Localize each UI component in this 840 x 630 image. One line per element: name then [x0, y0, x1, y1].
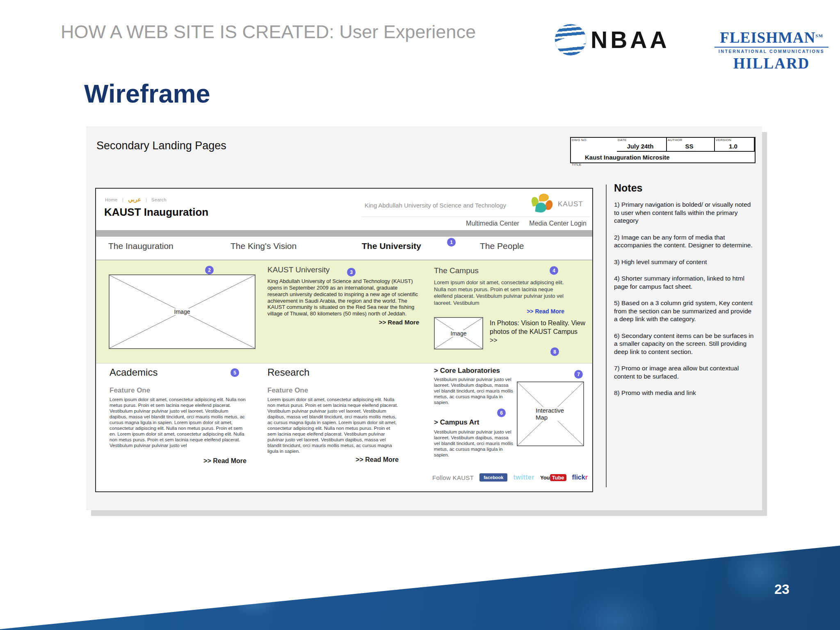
nbaa-globe-icon — [555, 24, 587, 56]
kaust-logo-text: KAUST — [558, 200, 583, 208]
date-label: DATE — [618, 138, 627, 142]
title-label: TITLE — [572, 163, 581, 167]
core-laboratories-link[interactable]: > Core Laboratories — [434, 367, 500, 375]
annotation-badge-4: 4 — [550, 266, 558, 275]
header-links: Multimedia Center Media Center Login — [458, 220, 587, 227]
social-footer: Follow KAUST facebook twitter YouTube fl… — [432, 473, 588, 482]
campus-body: Lorem ipsum dolor sit amet, consectetur … — [434, 279, 564, 307]
utility-nav-arabic[interactable]: عربي — [128, 196, 141, 203]
university-name: King Abdullah University of Science and … — [365, 202, 506, 209]
campus-art-link[interactable]: > Campus Art — [434, 418, 479, 427]
youtube-icon[interactable]: YouTube — [540, 474, 566, 481]
annotation-badge-2: 2 — [205, 266, 214, 274]
title-value: Kaust Inauguration Microsite — [585, 154, 712, 161]
utility-nav-home[interactable]: Home — [105, 197, 118, 202]
research-read-more-link[interactable]: >> Read More — [267, 456, 399, 463]
date-value: July 24th — [617, 143, 664, 150]
author-value: SS — [667, 143, 712, 150]
utility-nav-search[interactable]: Search — [151, 197, 167, 202]
fleishman-hillard-logo: FLEISHMANSM INTERNATIONAL COMMUNICATIONS… — [714, 29, 829, 72]
wireframe-browser-box: Home | عربي | Search KAUST Inauguration … — [95, 188, 593, 492]
gray-divider-bar — [96, 230, 592, 237]
kaust-university-body: King Abdullah University of Science and … — [267, 278, 419, 317]
multimedia-center-link[interactable]: Multimedia Center — [466, 220, 519, 227]
titleblock-date-cell: DATE July 24th — [617, 138, 667, 152]
note-item: 5) Based on a 3 column grid system, Key … — [614, 299, 757, 323]
nbaa-logo: NBAA — [555, 24, 670, 56]
tab-the-people[interactable]: The People — [480, 241, 524, 251]
campus-read-more-link[interactable]: >> Read More — [434, 308, 564, 315]
titleblock-version-cell: VERSION 1.0 — [715, 138, 755, 152]
panel-subtitle: Secondary Landing Pages — [96, 139, 226, 152]
page-number: 23 — [774, 582, 790, 597]
note-item: 7) Promo or image area allow but context… — [614, 364, 757, 380]
slide: HOW A WEB SITE IS CREATED: User Experien… — [0, 0, 840, 630]
hero-image-placeholder: Image — [109, 274, 256, 349]
flickr-icon[interactable]: flickr — [572, 474, 588, 481]
twitter-icon[interactable]: twitter — [513, 474, 534, 481]
campus-section: The Campus Lorem ipsum dolor sit amet, c… — [434, 266, 564, 315]
dwg-label: DWG NO. — [572, 138, 587, 142]
note-item: 6) Secondary content items can be be sur… — [614, 332, 757, 356]
tab-the-kings-vision[interactable]: The King's Vision — [231, 241, 297, 251]
research-body: Lorem ipsum dolor sit amet, consectetur … — [267, 397, 399, 454]
fh-name-top: FLEISHMAN — [720, 29, 815, 46]
research-heading: Research — [267, 367, 310, 378]
note-item: 2) Image can be any form of media that a… — [614, 233, 757, 249]
utility-nav: Home | عربي | Search — [105, 196, 167, 203]
campus-image-placeholder: Image — [434, 317, 483, 349]
utility-nav-separator: | — [146, 197, 147, 202]
titleblock-author-cell: AUTHOR SS — [667, 138, 715, 152]
campus-photos-promo-link[interactable]: In Photos: Vision to Reality. View photo… — [490, 319, 587, 345]
notes-section: Notes 1) Primary navigation is bolded/ o… — [614, 182, 757, 406]
drawing-title-block: DATE July 24th AUTHOR SS VERSION 1.0 DWG… — [570, 137, 756, 163]
note-item: 4) Shorter summary information, linked t… — [614, 274, 757, 290]
campus-heading: The Campus — [434, 266, 479, 275]
campus-image-label: Image — [449, 330, 468, 337]
follow-kaust-label: Follow KAUST — [432, 474, 474, 481]
tab-the-inauguration[interactable]: The Inauguration — [108, 241, 173, 251]
slide-header-title: HOW A WEB SITE IS CREATED: User Experien… — [61, 21, 476, 43]
interactive-map-placeholder[interactable]: Interactive Map — [517, 381, 584, 446]
tab-the-university[interactable]: The University — [362, 241, 421, 251]
note-item: 3) High level summary of content — [614, 258, 757, 266]
annotation-badge-8: 8 — [550, 347, 559, 356]
author-label: AUTHOR — [668, 138, 682, 142]
annotation-badge-1: 1 — [447, 238, 456, 247]
annotation-badge-7: 7 — [574, 370, 583, 379]
kaust-university-read-more-link[interactable]: >> Read More — [267, 319, 419, 326]
kaust-logo-icon — [532, 194, 555, 214]
site-title: KAUST Inauguration — [104, 206, 208, 219]
research-feature-heading: Feature One — [267, 386, 308, 395]
version-label: VERSION — [716, 138, 731, 142]
utility-nav-separator: | — [122, 197, 123, 202]
annotation-badge-6: 6 — [497, 409, 506, 417]
notes-divider — [606, 185, 607, 487]
academics-body: Lorem ipsum dolor sit amet, consectetur … — [110, 397, 247, 448]
annotation-badge-3: 3 — [347, 268, 356, 276]
page-title: Wireframe — [84, 79, 210, 108]
academics-read-more-link[interactable]: >> Read More — [110, 457, 247, 465]
fh-name-bottom: HILLARD — [714, 55, 829, 72]
fh-sm-mark: SM — [815, 33, 823, 38]
campus-art-body: Vestibulum pulvinar pulvinar justo vel l… — [434, 429, 514, 458]
media-center-login-link[interactable]: Media Center Login — [529, 220, 587, 227]
fh-tagline: INTERNATIONAL COMMUNICATIONS — [714, 47, 829, 54]
version-value: 1.0 — [715, 143, 751, 150]
academics-heading: Academics — [110, 367, 158, 378]
kaust-university-heading: KAUST University — [267, 265, 330, 274]
academics-feature-heading: Feature One — [110, 386, 150, 395]
interactive-map-label: Interactive Map — [534, 407, 567, 421]
facebook-icon[interactable]: facebook — [479, 473, 507, 482]
nbaa-logo-text: NBAA — [591, 26, 670, 53]
core-laboratories-body: Vestibulum pulvinar pulvinar justo vel l… — [434, 377, 514, 405]
note-item: 8) Promo with media and link — [614, 389, 757, 397]
header-divider — [362, 217, 590, 217]
hero-band: Image 2 KAUST University King Abdullah U… — [96, 260, 592, 363]
annotation-badge-5: 5 — [231, 368, 239, 377]
notes-heading: Notes — [614, 182, 757, 194]
bottom-wave-decoration — [0, 543, 840, 630]
note-item: 1) Primary navigation is bolded/ or visu… — [614, 201, 757, 225]
kaust-university-section: KAUST University King Abdullah Universit… — [267, 265, 419, 326]
hero-image-label: Image — [173, 308, 192, 315]
